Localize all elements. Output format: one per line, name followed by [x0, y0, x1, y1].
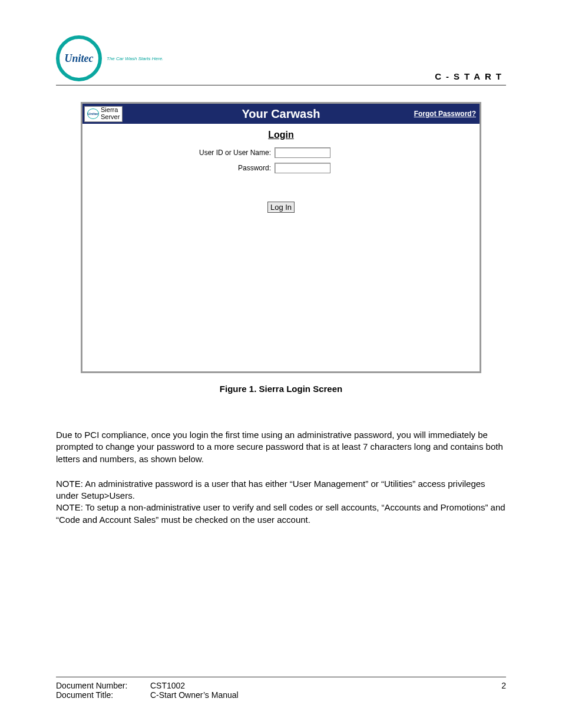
logo-tagline: The Car Wash Starts Here.	[107, 56, 163, 61]
paragraph-note-admin: NOTE: An administrative password is a us…	[56, 478, 506, 502]
section-title: C-START	[435, 71, 506, 81]
doc-title-label: Document Title:	[56, 690, 150, 700]
login-heading: Login	[82, 130, 480, 140]
doc-number-label: Document Number:	[56, 681, 150, 690]
logo-area: Unitec The Car Wash Starts Here.	[56, 35, 163, 81]
paragraph-note-nonadmin: NOTE: To setup a non-administrative user…	[56, 502, 506, 526]
page-number: 2	[501, 681, 506, 690]
figure-caption: Figure 1. Sierra Login Screen	[81, 384, 481, 394]
app-header-bar: Unitec Sierra Server Your Carwash Forgot…	[82, 104, 480, 124]
forgot-password-link[interactable]: Forgot Password?	[414, 110, 476, 118]
paragraph-pci: Due to PCI compliance, once you login th…	[56, 429, 506, 465]
login-button[interactable]: Log In	[267, 202, 295, 213]
unitec-mini-logo-icon: Unitec	[87, 108, 99, 119]
user-id-input[interactable]	[275, 147, 330, 158]
doc-number-value: CST1002	[150, 681, 185, 690]
page-footer: Document Number: CST1002 Document Title:…	[56, 677, 506, 700]
unitec-logo-icon: Unitec	[56, 35, 102, 81]
login-screenshot-frame: Unitec Sierra Server Your Carwash Forgot…	[81, 102, 481, 373]
sierra-server-badge: Unitec Sierra Server	[84, 106, 123, 122]
user-id-label: User ID or User Name:	[82, 149, 271, 157]
password-input[interactable]	[275, 163, 330, 173]
password-label: Password:	[82, 164, 271, 172]
page-header: Unitec The Car Wash Starts Here. C-START	[56, 35, 506, 85]
doc-title-value: C-Start Owner’s Manual	[150, 690, 239, 700]
badge-line2: Server	[101, 114, 120, 121]
